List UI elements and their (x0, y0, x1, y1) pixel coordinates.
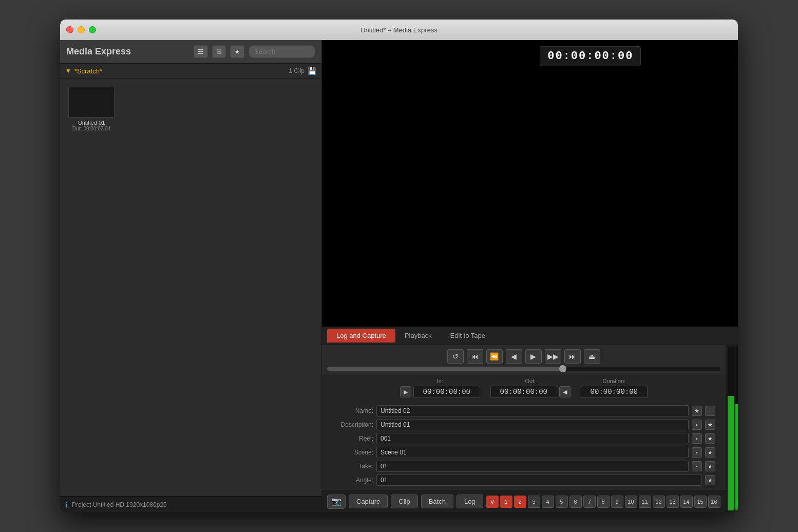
scrubber-track[interactable] (327, 367, 720, 371)
transport-bar: ↺ ⏮ ⏪ ◀ ▶ ▶▶ ⏭ ⏏ (322, 345, 726, 375)
minimize-button[interactable] (78, 26, 85, 33)
rewind-fast-button[interactable]: ⏪ (486, 349, 503, 364)
fast-forward-button[interactable]: ▶▶ (545, 349, 561, 364)
channel-1-button[interactable]: 1 (500, 496, 512, 508)
channel-15-button[interactable]: 15 (694, 496, 707, 508)
timecode-display: 00:00:00:00 (540, 46, 641, 66)
description-field[interactable] (376, 419, 689, 430)
angle-field[interactable] (376, 474, 702, 486)
meter-fill-1 (728, 396, 735, 510)
tabs-bar: Log and Capture Playback Edit to Tape NO… (322, 327, 738, 345)
name-label: Name: (332, 407, 373, 414)
channel-12-button[interactable]: 12 (653, 496, 665, 508)
channel-7-button[interactable]: 7 (583, 496, 596, 508)
meta-row-name: Name: ★ + (332, 405, 715, 416)
grid-view-button[interactable]: ⊞ (212, 45, 226, 58)
channel-2-button[interactable]: 2 (514, 496, 526, 508)
camera-button[interactable]: 📷 (327, 495, 346, 509)
clip-button[interactable]: Clip (391, 495, 417, 508)
duration-label: Duration: (602, 378, 625, 384)
search-input[interactable] (249, 45, 315, 58)
meta-row-angle: Angle: ★ (332, 474, 715, 486)
channel-6-button[interactable]: 6 (569, 496, 582, 508)
duration-group: Duration: 00:00:00:00 (581, 378, 648, 398)
info-icon: ℹ (65, 501, 68, 509)
set-out-button[interactable]: ◀ (559, 386, 571, 397)
description-star-button[interactable]: ★ (705, 420, 715, 430)
channel-3-button[interactable]: 3 (528, 496, 540, 508)
reel-star-button[interactable]: ★ (705, 433, 715, 444)
eject-button[interactable]: ⏏ (584, 349, 600, 364)
reel-field[interactable] (376, 433, 689, 444)
channel-4-button[interactable]: 4 (542, 496, 554, 508)
controls-right: ↺ ⏮ ⏪ ◀ ▶ ▶▶ ⏭ ⏏ (322, 345, 738, 512)
tab-edit-to-tape[interactable]: Edit to Tape (441, 329, 495, 343)
channel-5-button[interactable]: 5 (556, 496, 568, 508)
list-view-button[interactable]: ☰ (194, 45, 208, 58)
list-item[interactable]: Untitled 01 Dur: 00:00:02:04 (68, 87, 115, 131)
angle-star-button[interactable]: ★ (705, 475, 715, 485)
channel-9-button[interactable]: 9 (611, 496, 623, 508)
channel-buttons: V 1 2 3 4 5 6 7 8 9 10 1 (486, 496, 720, 508)
clip-name: Untitled 01 (78, 120, 105, 126)
left-panel: Media Express ☰ ⊞ ★ ▼ *Scratch* 1 Clip 💾… (60, 40, 322, 512)
audio-meter-2 (735, 347, 738, 510)
capture-button[interactable]: Capture (349, 495, 388, 508)
meta-row-reel: Reel: ▪ ★ (332, 433, 715, 444)
scene-field[interactable] (376, 447, 689, 458)
status-bar: ℹ Project Untitled HD 1920x1080p25 (60, 496, 321, 512)
out-point-group: Out: 00:00:00:00 ◀ (490, 378, 571, 398)
group-save-icon: 💾 (308, 67, 316, 75)
name-plus-button[interactable]: + (705, 406, 715, 416)
go-to-end-button[interactable]: ⏭ (564, 349, 581, 364)
camera-icon: 📷 (331, 497, 341, 506)
batch-button[interactable]: Batch (421, 495, 453, 508)
channel-14-button[interactable]: 14 (680, 496, 693, 508)
channel-10-button[interactable]: 10 (625, 496, 637, 508)
metadata-section: Name: ★ + Description: ▪ ★ (322, 401, 726, 490)
channel-16-button[interactable]: 16 (708, 496, 720, 508)
channel-8-button[interactable]: 8 (597, 496, 610, 508)
take-label: Take: (332, 463, 373, 470)
name-field[interactable] (376, 405, 689, 416)
audio-meter-1 (728, 347, 735, 510)
log-button[interactable]: Log (457, 495, 483, 508)
transport-buttons: ↺ ⏮ ⏪ ◀ ▶ ▶▶ ⏭ ⏏ (327, 349, 720, 364)
bottom-controls: 📷 Capture Clip Batch Log V 1 2 3 (322, 490, 726, 512)
out-timecode[interactable]: 00:00:00:00 (490, 386, 557, 398)
rewind-button[interactable]: ◀ (506, 349, 522, 364)
controls-main: ↺ ⏮ ⏪ ◀ ▶ ▶▶ ⏭ ⏏ (322, 345, 726, 512)
in-label: In: (437, 378, 443, 384)
take-icon-button[interactable]: ▪ (692, 461, 702, 471)
out-row: 00:00:00:00 ◀ (490, 386, 571, 398)
status-text: Project Untitled HD 1920x1080p25 (72, 501, 167, 508)
tab-log-and-capture[interactable]: Log and Capture (327, 329, 395, 343)
channel-11-button[interactable]: 11 (639, 496, 651, 508)
play-button[interactable]: ▶ (525, 349, 542, 364)
channel-13-button[interactable]: 13 (667, 496, 679, 508)
in-timecode[interactable]: 00:00:00:00 (413, 386, 480, 398)
maximize-button[interactable] (89, 26, 96, 33)
description-icon-button[interactable]: ▪ (692, 420, 702, 430)
scene-star-button[interactable]: ★ (705, 447, 715, 458)
take-field[interactable] (376, 461, 689, 472)
favorites-button[interactable]: ★ (230, 45, 244, 58)
scene-icon-button[interactable]: ▪ (692, 447, 702, 458)
name-star-button[interactable]: ★ (692, 406, 702, 416)
clip-group-header: ▼ *Scratch* 1 Clip 💾 (60, 64, 321, 79)
duration-timecode[interactable]: 00:00:00:00 (581, 386, 648, 398)
reel-icon-button[interactable]: ▪ (692, 433, 702, 444)
video-preview: 00:00:00:00 (322, 40, 738, 327)
take-star-button[interactable]: ★ (705, 461, 715, 471)
right-panel: 00:00:00:00 Log and Capture Playback Edi… (322, 40, 738, 512)
close-button[interactable] (66, 26, 73, 33)
go-to-start-button[interactable]: ⏮ (467, 349, 483, 364)
loop-button[interactable]: ↺ (447, 349, 464, 364)
window-title: Untitled* – Media Express (360, 26, 438, 34)
channel-v-button[interactable]: V (486, 496, 499, 508)
set-in-button[interactable]: ▶ (400, 386, 411, 397)
titlebar: Untitled* – Media Express (60, 20, 738, 40)
scrubber-thumb[interactable] (559, 365, 566, 372)
tab-playback[interactable]: Playback (395, 329, 441, 343)
audio-meters (726, 345, 738, 512)
